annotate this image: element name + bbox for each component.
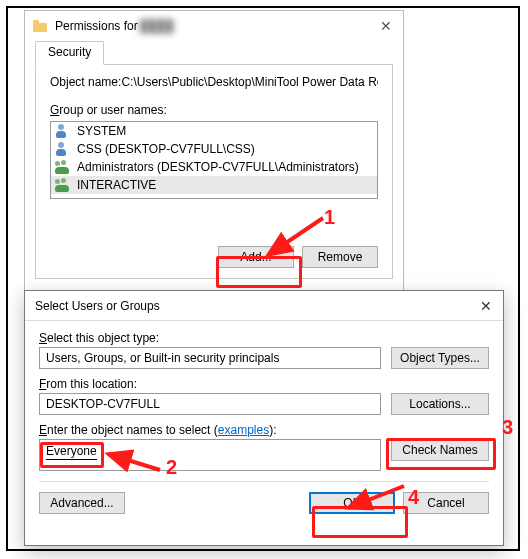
object-names-input[interactable]: Everyone bbox=[39, 439, 381, 471]
locations-button[interactable]: Locations... bbox=[391, 393, 489, 415]
permissions-title-hidden: ████ bbox=[140, 19, 174, 33]
list-item-label: CSS (DESKTOP-CV7FULL\CSS) bbox=[77, 142, 255, 156]
group-names-label: Group or user names: bbox=[50, 103, 167, 117]
divider bbox=[39, 481, 489, 482]
remove-button[interactable]: Remove bbox=[302, 246, 378, 268]
group-icon bbox=[55, 178, 71, 192]
check-names-button[interactable]: Check Names bbox=[391, 439, 489, 461]
location-label: From this location: bbox=[39, 377, 489, 391]
object-name-label: Object name: bbox=[50, 75, 121, 89]
user-icon bbox=[55, 124, 71, 138]
enter-names-label: Enter the object names to select (exampl… bbox=[39, 423, 489, 437]
list-item-label: INTERACTIVE bbox=[77, 178, 156, 192]
add-button[interactable]: Add... bbox=[218, 246, 294, 268]
cancel-button[interactable]: Cancel bbox=[403, 492, 489, 514]
examples-link[interactable]: examples bbox=[218, 423, 269, 437]
select-users-titlebar[interactable]: Select Users or Groups ✕ bbox=[25, 291, 503, 321]
list-item[interactable]: INTERACTIVE bbox=[51, 176, 377, 194]
list-item-label: SYSTEM bbox=[77, 124, 126, 138]
close-icon[interactable]: ✕ bbox=[469, 291, 503, 321]
list-item-label: Administrators (DESKTOP-CV7FULL\Administ… bbox=[77, 160, 359, 174]
list-item[interactable]: Administrators (DESKTOP-CV7FULL\Administ… bbox=[51, 158, 377, 176]
tab-security[interactable]: Security bbox=[35, 41, 104, 65]
permissions-titlebar[interactable]: Permissions for ████ ✕ bbox=[25, 11, 403, 41]
list-item[interactable]: SYSTEM bbox=[51, 122, 377, 140]
permissions-title-text: Permissions for bbox=[55, 19, 138, 33]
object-names-value: Everyone bbox=[46, 444, 97, 460]
object-name-value: C:\Users\Public\Desktop\MiniTool Power D… bbox=[121, 75, 378, 89]
list-item[interactable]: CSS (DESKTOP-CV7FULL\CSS) bbox=[51, 140, 377, 158]
select-users-title-text: Select Users or Groups bbox=[35, 299, 160, 313]
group-user-list[interactable]: SYSTEM CSS (DESKTOP-CV7FULL\CSS) Adminis… bbox=[50, 121, 378, 199]
tab-strip: Security bbox=[35, 41, 393, 65]
group-icon bbox=[55, 160, 71, 174]
user-icon bbox=[55, 142, 71, 156]
object-types-button[interactable]: Object Types... bbox=[391, 347, 489, 369]
object-type-field[interactable]: Users, Groups, or Built-in security prin… bbox=[39, 347, 381, 369]
object-type-label: Select this object type: bbox=[39, 331, 489, 345]
close-icon[interactable]: ✕ bbox=[369, 11, 403, 41]
select-users-dialog: Select Users or Groups ✕ Select this obj… bbox=[24, 290, 504, 546]
ok-button[interactable]: OK bbox=[309, 492, 395, 514]
advanced-button[interactable]: Advanced... bbox=[39, 492, 125, 514]
folder-icon bbox=[33, 20, 47, 32]
location-field[interactable]: DESKTOP-CV7FULL bbox=[39, 393, 381, 415]
permissions-dialog: Permissions for ████ ✕ Security Object n… bbox=[24, 10, 404, 296]
